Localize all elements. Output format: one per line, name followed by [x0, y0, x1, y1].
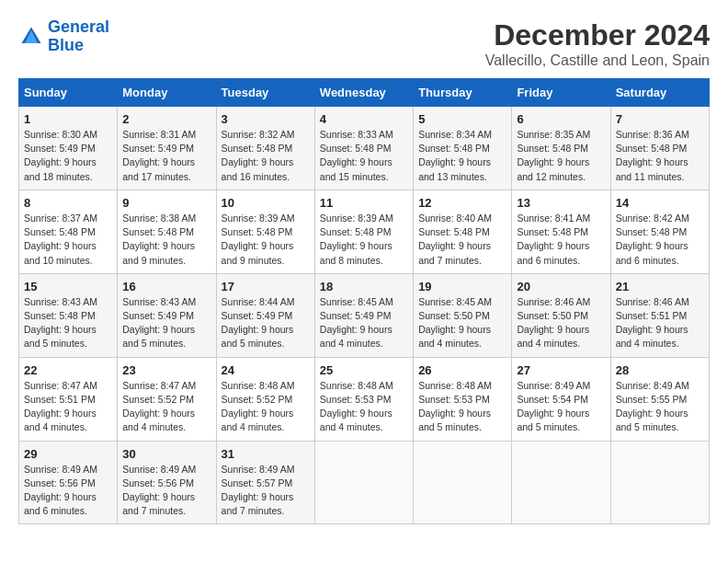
calendar-cell: [512, 441, 610, 524]
day-number: 12: [418, 196, 506, 210]
day-detail: Sunrise: 8:37 AMSunset: 5:48 PMDaylight:…: [24, 213, 97, 266]
week-row-1: 1 Sunrise: 8:30 AMSunset: 5:49 PMDayligh…: [19, 107, 710, 190]
calendar-cell: 18 Sunrise: 8:45 AMSunset: 5:49 PMDaylig…: [314, 273, 413, 357]
logo-icon: [18, 24, 44, 50]
day-number: 7: [616, 112, 704, 126]
day-number: 22: [24, 363, 112, 377]
week-row-4: 22 Sunrise: 8:47 AMSunset: 5:51 PMDaylig…: [19, 357, 710, 441]
calendar-cell: 13 Sunrise: 8:41 AMSunset: 5:48 PMDaylig…: [512, 190, 610, 273]
logo-blue: Blue: [48, 36, 84, 54]
calendar-cell: 10 Sunrise: 8:39 AMSunset: 5:48 PMDaylig…: [216, 190, 314, 273]
day-detail: Sunrise: 8:49 AMSunset: 5:55 PMDaylight:…: [616, 380, 689, 433]
day-number: 26: [418, 363, 506, 377]
day-detail: Sunrise: 8:43 AMSunset: 5:49 PMDaylight:…: [122, 296, 196, 350]
calendar-cell: 14 Sunrise: 8:42 AMSunset: 5:48 PMDaylig…: [610, 190, 709, 273]
day-detail: Sunrise: 8:41 AMSunset: 5:48 PMDaylight:…: [517, 213, 590, 266]
day-number: 4: [320, 112, 408, 126]
day-detail: Sunrise: 8:48 AMSunset: 5:53 PMDaylight:…: [418, 380, 492, 433]
day-number: 8: [24, 196, 112, 210]
calendar-cell: 29 Sunrise: 8:49 AMSunset: 5:56 PMDaylig…: [19, 441, 118, 524]
day-detail: Sunrise: 8:43 AMSunset: 5:48 PMDaylight:…: [24, 296, 97, 350]
day-number: 2: [122, 112, 210, 126]
calendar-cell: 11 Sunrise: 8:39 AMSunset: 5:48 PMDaylig…: [314, 190, 413, 273]
day-detail: Sunrise: 8:45 AMSunset: 5:50 PMDaylight:…: [418, 296, 492, 350]
day-detail: Sunrise: 8:44 AMSunset: 5:49 PMDaylight:…: [222, 296, 295, 350]
header-monday: Monday: [118, 79, 216, 107]
day-detail: Sunrise: 8:49 AMSunset: 5:56 PMDaylight:…: [24, 464, 97, 517]
header-wednesday: Wednesday: [314, 79, 413, 107]
logo: General Blue: [18, 18, 109, 55]
day-number: 16: [122, 280, 210, 293]
day-detail: Sunrise: 8:39 AMSunset: 5:48 PMDaylight:…: [320, 213, 393, 266]
calendar-cell: 20 Sunrise: 8:46 AMSunset: 5:50 PMDaylig…: [512, 273, 610, 357]
day-number: 1: [24, 112, 112, 126]
calendar-cell: 24 Sunrise: 8:48 AMSunset: 5:52 PMDaylig…: [216, 357, 314, 441]
calendar-cell: 1 Sunrise: 8:30 AMSunset: 5:49 PMDayligh…: [19, 107, 118, 190]
calendar-cell: 7 Sunrise: 8:36 AMSunset: 5:48 PMDayligh…: [610, 107, 709, 190]
day-number: 10: [222, 196, 310, 210]
day-detail: Sunrise: 8:39 AMSunset: 5:48 PMDaylight:…: [222, 213, 295, 266]
title-area: December 2024 Vallecillo, Castille and L…: [485, 18, 710, 69]
day-number: 18: [320, 280, 408, 293]
header-tuesday: Tuesday: [216, 79, 314, 107]
day-detail: Sunrise: 8:35 AMSunset: 5:48 PMDaylight:…: [517, 129, 590, 182]
day-detail: Sunrise: 8:31 AMSunset: 5:49 PMDaylight:…: [122, 129, 196, 182]
calendar-cell: 21 Sunrise: 8:46 AMSunset: 5:51 PMDaylig…: [610, 273, 709, 357]
calendar-cell: 23 Sunrise: 8:47 AMSunset: 5:52 PMDaylig…: [118, 357, 216, 441]
day-number: 5: [418, 112, 506, 126]
day-detail: Sunrise: 8:47 AMSunset: 5:52 PMDaylight:…: [122, 380, 196, 433]
day-detail: Sunrise: 8:46 AMSunset: 5:50 PMDaylight:…: [517, 296, 590, 350]
day-number: 14: [616, 196, 704, 210]
day-detail: Sunrise: 8:47 AMSunset: 5:51 PMDaylight:…: [24, 380, 97, 433]
day-number: 9: [122, 196, 210, 210]
day-detail: Sunrise: 8:48 AMSunset: 5:53 PMDaylight:…: [320, 380, 393, 433]
day-detail: Sunrise: 8:46 AMSunset: 5:51 PMDaylight:…: [616, 296, 689, 350]
day-detail: Sunrise: 8:42 AMSunset: 5:48 PMDaylight:…: [616, 213, 689, 266]
day-detail: Sunrise: 8:48 AMSunset: 5:52 PMDaylight:…: [222, 380, 295, 433]
day-number: 29: [24, 447, 112, 461]
header: General Blue December 2024 Vallecillo, C…: [18, 18, 710, 69]
day-number: 15: [24, 280, 112, 293]
page-subtitle: Vallecillo, Castille and Leon, Spain: [485, 52, 710, 69]
day-number: 3: [222, 112, 310, 126]
calendar-cell: 22 Sunrise: 8:47 AMSunset: 5:51 PMDaylig…: [19, 357, 118, 441]
calendar-cell: 19 Sunrise: 8:45 AMSunset: 5:50 PMDaylig…: [414, 273, 512, 357]
calendar-cell: 25 Sunrise: 8:48 AMSunset: 5:53 PMDaylig…: [314, 357, 413, 441]
calendar-cell: [610, 441, 709, 524]
day-number: 21: [616, 280, 704, 293]
week-row-2: 8 Sunrise: 8:37 AMSunset: 5:48 PMDayligh…: [19, 190, 710, 273]
calendar-cell: 8 Sunrise: 8:37 AMSunset: 5:48 PMDayligh…: [19, 190, 118, 273]
day-number: 11: [320, 196, 408, 210]
calendar-cell: 15 Sunrise: 8:43 AMSunset: 5:48 PMDaylig…: [19, 273, 118, 357]
day-detail: Sunrise: 8:45 AMSunset: 5:49 PMDaylight:…: [320, 296, 393, 350]
calendar-cell: 27 Sunrise: 8:49 AMSunset: 5:54 PMDaylig…: [512, 357, 610, 441]
day-detail: Sunrise: 8:49 AMSunset: 5:57 PMDaylight:…: [222, 464, 295, 517]
day-number: 25: [320, 363, 408, 377]
day-number: 27: [517, 363, 605, 377]
day-number: 13: [517, 196, 605, 210]
calendar-cell: 5 Sunrise: 8:34 AMSunset: 5:48 PMDayligh…: [414, 107, 512, 190]
calendar-cell: 6 Sunrise: 8:35 AMSunset: 5:48 PMDayligh…: [512, 107, 610, 190]
calendar-cell: 28 Sunrise: 8:49 AMSunset: 5:55 PMDaylig…: [610, 357, 709, 441]
calendar-cell: 9 Sunrise: 8:38 AMSunset: 5:48 PMDayligh…: [118, 190, 216, 273]
day-detail: Sunrise: 8:49 AMSunset: 5:54 PMDaylight:…: [517, 380, 590, 433]
calendar-cell: [414, 441, 512, 524]
calendar-cell: 26 Sunrise: 8:48 AMSunset: 5:53 PMDaylig…: [414, 357, 512, 441]
calendar-table: SundayMondayTuesdayWednesdayThursdayFrid…: [18, 78, 710, 524]
day-detail: Sunrise: 8:34 AMSunset: 5:48 PMDaylight:…: [418, 129, 492, 182]
week-row-3: 15 Sunrise: 8:43 AMSunset: 5:48 PMDaylig…: [19, 273, 710, 357]
day-number: 24: [222, 363, 310, 377]
day-detail: Sunrise: 8:38 AMSunset: 5:48 PMDaylight:…: [122, 213, 196, 266]
day-number: 30: [122, 447, 210, 461]
day-detail: Sunrise: 8:40 AMSunset: 5:48 PMDaylight:…: [418, 213, 492, 266]
header-saturday: Saturday: [610, 79, 709, 107]
logo-general: General: [48, 17, 109, 36]
day-number: 28: [616, 363, 704, 377]
header-sunday: Sunday: [19, 79, 118, 107]
calendar-cell: 30 Sunrise: 8:49 AMSunset: 5:56 PMDaylig…: [118, 441, 216, 524]
week-row-5: 29 Sunrise: 8:49 AMSunset: 5:56 PMDaylig…: [19, 441, 710, 524]
calendar-cell: 12 Sunrise: 8:40 AMSunset: 5:48 PMDaylig…: [414, 190, 512, 273]
day-detail: Sunrise: 8:36 AMSunset: 5:48 PMDaylight:…: [616, 129, 689, 182]
calendar-header-row: SundayMondayTuesdayWednesdayThursdayFrid…: [19, 79, 710, 107]
calendar-cell: [314, 441, 413, 524]
